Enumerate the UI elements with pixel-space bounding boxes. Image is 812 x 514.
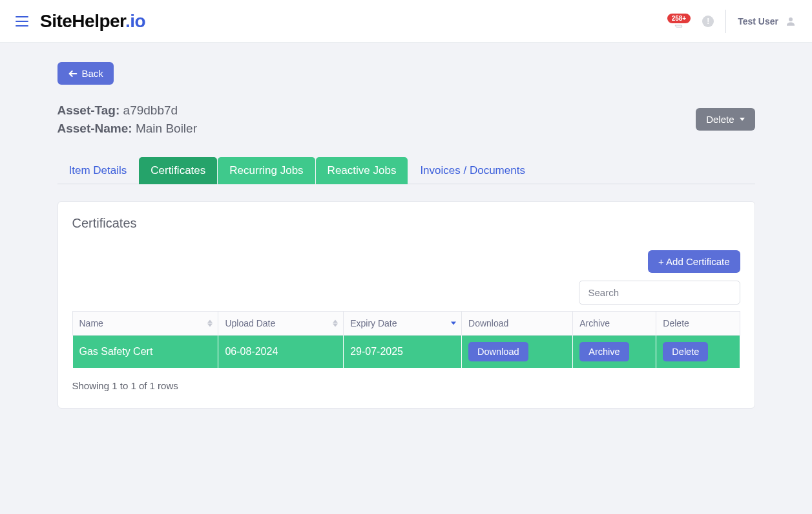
arrow-left-icon bbox=[68, 69, 78, 79]
chevron-down-icon bbox=[740, 118, 745, 121]
tab-certificates[interactable]: Certificates bbox=[139, 157, 217, 184]
certificates-table: Name Upload Date Expiry Date Download Ar… bbox=[72, 311, 740, 369]
notifications-count: 258+ bbox=[667, 14, 691, 23]
add-certificate-button[interactable]: + Add Certificate bbox=[648, 250, 740, 273]
back-button[interactable]: Back bbox=[57, 62, 114, 85]
brand-logo[interactable]: SiteHelper.io bbox=[40, 11, 145, 32]
download-button[interactable]: Download bbox=[468, 342, 528, 361]
cart-icon bbox=[674, 25, 683, 28]
asset-name-value: Main Boiler bbox=[136, 122, 197, 135]
user-name: Test User bbox=[738, 16, 778, 27]
sort-icon bbox=[333, 320, 338, 327]
table-row: Gas Safety Cert 06-08-2024 29-07-2025 Do… bbox=[72, 336, 740, 369]
card-title: Certificates bbox=[72, 216, 740, 231]
top-navbar: SiteHelper.io 258+ ! Test User bbox=[0, 0, 812, 43]
tab-reactive-jobs[interactable]: Reactive Jobs bbox=[316, 157, 408, 184]
tabs: Item Details Certificates Recurring Jobs… bbox=[57, 156, 755, 184]
sort-desc-icon bbox=[451, 322, 456, 325]
asset-info: Asset-Tag: a79dbb7d Asset-Name: Main Boi… bbox=[57, 102, 197, 137]
certificates-card: Certificates + Add Certificate Name Uplo… bbox=[57, 201, 755, 409]
col-name[interactable]: Name bbox=[72, 312, 218, 336]
sort-icon bbox=[207, 320, 213, 327]
svg-point-0 bbox=[789, 17, 793, 21]
brand-main: SiteHelper bbox=[40, 11, 125, 31]
asset-tag-value: a79dbb7d bbox=[123, 103, 178, 117]
cell-expiry-date: 29-07-2025 bbox=[344, 336, 462, 369]
table-footer: Showing 1 to 1 of 1 rows bbox=[72, 380, 740, 391]
menu-toggle-icon[interactable] bbox=[16, 16, 28, 27]
tab-recurring-jobs[interactable]: Recurring Jobs bbox=[218, 157, 315, 184]
archive-button[interactable]: Archive bbox=[579, 342, 629, 361]
asset-name-label: Asset-Name: bbox=[57, 122, 132, 135]
cell-name: Gas Safety Cert bbox=[72, 336, 218, 369]
back-button-label: Back bbox=[82, 68, 103, 79]
col-upload-date[interactable]: Upload Date bbox=[218, 312, 344, 336]
avatar-icon bbox=[785, 16, 796, 27]
tab-invoices-documents[interactable]: Invoices / Documents bbox=[408, 157, 537, 184]
cell-upload-date: 06-08-2024 bbox=[218, 336, 344, 369]
col-download: Download bbox=[462, 312, 573, 336]
user-menu[interactable]: Test User bbox=[738, 16, 796, 27]
search-input[interactable] bbox=[579, 281, 740, 305]
col-expiry-date[interactable]: Expiry Date bbox=[344, 312, 462, 336]
col-delete: Delete bbox=[656, 312, 740, 336]
navbar-divider bbox=[725, 10, 726, 33]
delete-asset-label: Delete bbox=[706, 114, 734, 125]
col-archive: Archive bbox=[573, 312, 656, 336]
brand-suffix: .io bbox=[125, 11, 145, 31]
delete-asset-dropdown[interactable]: Delete bbox=[696, 108, 755, 131]
info-icon[interactable]: ! bbox=[702, 16, 714, 27]
notifications-badge[interactable]: 258+ bbox=[667, 14, 691, 28]
tab-item-details[interactable]: Item Details bbox=[57, 157, 139, 184]
delete-row-button[interactable]: Delete bbox=[663, 342, 708, 361]
asset-tag-label: Asset-Tag: bbox=[57, 103, 120, 117]
